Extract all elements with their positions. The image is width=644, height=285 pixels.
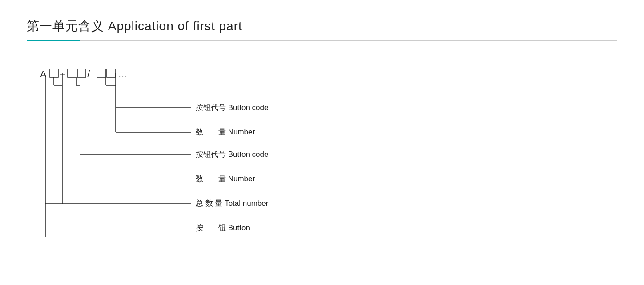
diagram-svg: A – / … — [40, 63, 396, 255]
diagram-area: A – / … — [40, 63, 617, 256]
svg-text:/: / — [87, 69, 90, 80]
svg-text:总 数 量  Total number: 总 数 量 Total number — [195, 199, 269, 208]
page-title: 第一单元含义 Application of first part — [27, 18, 617, 35]
title-divider — [27, 40, 617, 41]
svg-text:数　　量  Number: 数 量 Number — [196, 128, 255, 136]
svg-text:按钮代号  Button code: 按钮代号 Button code — [196, 150, 268, 159]
svg-text:…: … — [118, 69, 128, 80]
page-container: 第一单元含义 Application of first part A – / … — [0, 0, 644, 274]
svg-text:按钮代号  Button code: 按钮代号 Button code — [196, 103, 268, 112]
svg-text:按　　钮  Button: 按 钮 Button — [196, 224, 250, 232]
svg-text:数　　量  Number: 数 量 Number — [196, 175, 255, 183]
